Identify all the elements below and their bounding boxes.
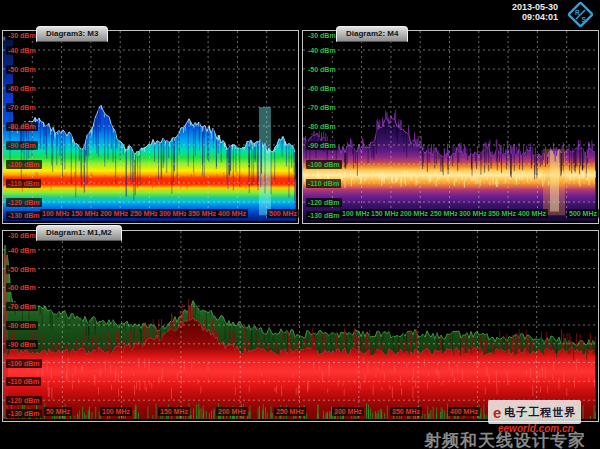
- y-axis-label: -70 dBm: [6, 103, 38, 112]
- x-axis-label: 350 MHz: [390, 407, 422, 416]
- y-axis-label: -120 dBm: [6, 198, 42, 207]
- x-axis-label: 200 MHz: [398, 209, 430, 218]
- y-axis-label: -70 dBm: [306, 103, 338, 112]
- x-axis-label: 400 MHz: [448, 407, 480, 416]
- y-axis-label: -40 dBm: [6, 46, 38, 55]
- diagram1-frame[interactable]: -30 dBm-40 dBm-50 dBm-60 dBm-70 dBm-80 d…: [2, 230, 599, 422]
- eeworld-logo-icon: e: [493, 405, 501, 420]
- y-axis-label: -50 dBm: [6, 265, 38, 274]
- x-axis-label: 500 MHz: [567, 209, 599, 218]
- y-axis-label: -130 dBm: [6, 409, 42, 418]
- x-axis-label: 250 MHz: [428, 209, 460, 218]
- diagram3-frame[interactable]: -30 dBm-40 dBm-50 dBm-60 dBm-70 dBm-80 d…: [2, 30, 299, 224]
- diagram2-frame[interactable]: -30 dBm-40 dBm-50 dBm-60 dBm-70 dBm-80 d…: [302, 30, 599, 224]
- y-axis-label: -130 dBm: [306, 211, 342, 220]
- svg-text:S: S: [582, 16, 587, 23]
- date-display: 2013-05-30: [512, 2, 558, 12]
- x-axis-label: 100 MHz: [340, 209, 372, 218]
- x-axis-label: 300 MHz: [157, 209, 189, 218]
- y-axis-label: -120 dBm: [306, 198, 342, 207]
- x-axis-label: 250 MHz: [128, 209, 160, 218]
- x-axis-label: 150 MHz: [69, 209, 101, 218]
- diagram2-tab[interactable]: Diagram2: M4: [336, 26, 408, 42]
- x-axis-label: 300 MHz: [457, 209, 489, 218]
- y-axis-label: -80 dBm: [6, 321, 38, 330]
- y-axis-label: -30 dBm: [6, 231, 38, 240]
- y-axis-label: -110 dBm: [6, 179, 41, 188]
- diagram1-plot: [3, 231, 596, 419]
- x-axis-label: 400 MHz: [216, 209, 248, 218]
- svg-text:R: R: [575, 9, 580, 16]
- y-axis-label: -90 dBm: [306, 141, 338, 150]
- y-axis-label: -120 dBm: [6, 396, 42, 405]
- y-axis-label: -100 dBm: [306, 160, 342, 169]
- diagram1-tab[interactable]: Diagram1: M1,M2: [36, 225, 122, 241]
- watermark-site: 电子工程世界: [504, 405, 576, 420]
- diagram3-plot: [3, 31, 296, 221]
- y-axis-label: -90 dBm: [6, 340, 38, 349]
- x-axis-label: 350 MHz: [486, 209, 518, 218]
- x-axis-label: 150 MHz: [369, 209, 401, 218]
- y-axis-label: -110 dBm: [306, 179, 341, 188]
- x-axis-label: 500 MHz: [267, 209, 299, 218]
- y-axis-label: -50 dBm: [6, 65, 38, 74]
- watermark-url: eeworld.com.cn: [498, 423, 574, 434]
- x-axis-label: 100 MHz: [100, 407, 132, 416]
- y-axis-label: -40 dBm: [306, 46, 338, 55]
- y-axis-label: -60 dBm: [306, 84, 338, 93]
- y-axis-label: -60 dBm: [6, 84, 38, 93]
- x-axis-label: 200 MHz: [216, 407, 248, 416]
- y-axis-label: -70 dBm: [6, 302, 38, 311]
- y-axis-label: -80 dBm: [306, 122, 338, 131]
- x-axis-label: 300 MHz: [332, 407, 364, 416]
- y-axis-label: -40 dBm: [6, 246, 38, 255]
- y-axis-label: -130 dBm: [6, 211, 42, 220]
- x-axis-label: 50 MHz: [44, 407, 72, 416]
- y-axis-label: -110 dBm: [6, 377, 41, 386]
- x-axis-label: 200 MHz: [98, 209, 130, 218]
- x-axis-label: 100 MHz: [40, 209, 72, 218]
- diagram2-plot: [303, 31, 596, 221]
- rohde-schwarz-logo: R S: [567, 1, 594, 28]
- time-display: 09:04:01: [512, 12, 558, 22]
- y-axis-label: -80 dBm: [6, 122, 38, 131]
- y-axis-label: -60 dBm: [6, 283, 38, 292]
- x-axis-label: 250 MHz: [274, 407, 306, 416]
- y-axis-label: -30 dBm: [306, 31, 338, 40]
- x-axis-label: 150 MHz: [158, 407, 190, 416]
- watermark-logo-box: e 电子工程世界: [488, 400, 581, 424]
- clock: 2013-05-30 09:04:01: [512, 2, 558, 22]
- x-axis-label: 400 MHz: [516, 209, 548, 218]
- y-axis-label: -90 dBm: [6, 141, 38, 150]
- y-axis-label: -50 dBm: [306, 65, 338, 74]
- diagram3-tab[interactable]: Diagram3: M3: [36, 26, 108, 42]
- x-axis-label: 350 MHz: [186, 209, 218, 218]
- y-axis-label: -30 dBm: [6, 31, 38, 40]
- y-axis-label: -100 dBm: [6, 359, 42, 368]
- y-axis-label: -100 dBm: [6, 160, 42, 169]
- analyzer-screen: 2013-05-30 09:04:01 R S Diagram3: M3 Dia…: [0, 0, 600, 449]
